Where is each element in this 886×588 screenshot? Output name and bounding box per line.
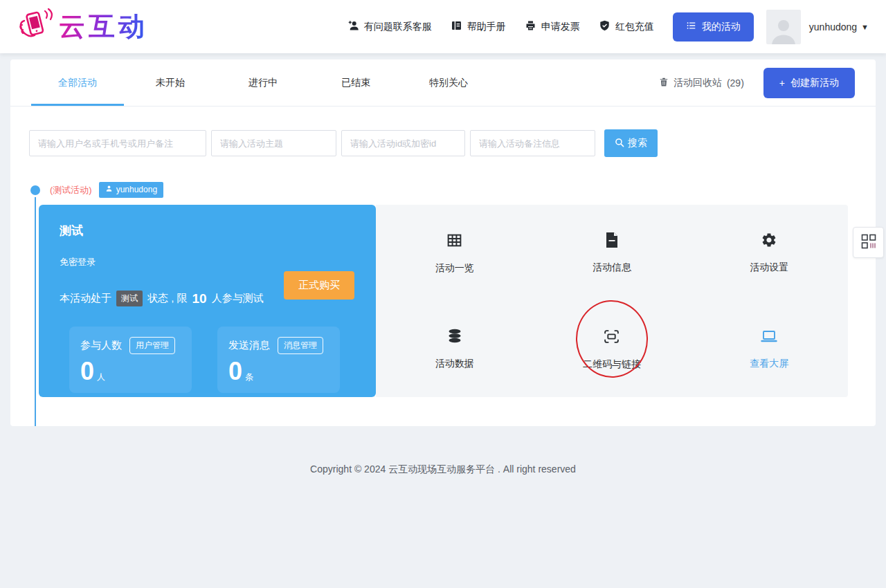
- official-purchase-button[interactable]: 正式购买: [284, 271, 354, 300]
- action-label: 活动设置: [750, 261, 788, 274]
- recharge-shield-icon: [599, 20, 611, 33]
- top-header: 云互动 有问题联系客服 帮助手册: [0, 0, 886, 53]
- action-label: 活动数据: [435, 358, 474, 370]
- nav-contact-support[interactable]: 有问题联系客服: [347, 20, 432, 33]
- search-user-input[interactable]: [29, 130, 206, 156]
- username: yunhudong: [809, 21, 857, 33]
- action-activity-overview[interactable]: 活动一览: [376, 205, 533, 301]
- user-menu[interactable]: yunhudong ▼: [809, 21, 869, 33]
- list-icon: [686, 21, 696, 33]
- user-manage-button[interactable]: 用户管理: [129, 337, 175, 354]
- top-nav: 有问题联系客服 帮助手册 申请发: [347, 10, 869, 44]
- timeline-line: [35, 197, 36, 426]
- action-view-big-screen[interactable]: 查看大屏: [691, 301, 848, 397]
- nav-help-manual[interactable]: 帮助手册: [451, 20, 506, 33]
- activity-owner-name: yunhudong: [116, 185, 157, 194]
- status-suffix: 人参与测试: [212, 292, 264, 305]
- action-label: 二维码与链接: [583, 358, 641, 371]
- messages-label: 发送消息: [228, 339, 270, 352]
- invoice-printer-icon: [525, 20, 536, 33]
- activity-summary-card: 测试 免密登录 本活动处于 测试 状态 , 限 10 人参与测试 正式购买 参与…: [39, 205, 376, 397]
- status-participant-limit: 10: [192, 291, 207, 306]
- my-activities-label: 我的活动: [702, 21, 741, 33]
- tab-bar-actions: 活动回收站 (29) + 创建新活动: [659, 68, 855, 98]
- nav-label: 红包充值: [615, 21, 654, 33]
- nav-label: 帮助手册: [467, 21, 506, 33]
- participants-label: 参与人数: [80, 339, 122, 352]
- tab-in-progress[interactable]: 进行中: [217, 59, 309, 106]
- tab-bar: 全部活动 未开始 进行中 已结束 特别关心 活动回收站 (29): [10, 59, 876, 107]
- logo-phone-hand-icon: [17, 8, 53, 46]
- status-middle: 状态 , 限: [147, 292, 188, 305]
- search-remark-input[interactable]: [470, 130, 595, 156]
- action-label: 活动信息: [593, 261, 631, 274]
- nav-redpacket-recharge[interactable]: 红包充值: [599, 20, 654, 33]
- plus-icon: +: [779, 77, 785, 89]
- activity-actions-panel: 活动一览 活动信息: [376, 205, 848, 397]
- logo-text: 云互动: [59, 9, 148, 44]
- create-activity-label: 创建新活动: [790, 77, 839, 89]
- recycle-bin-count: (29): [727, 77, 744, 89]
- nav-label: 有问题联系客服: [364, 21, 432, 33]
- action-label: 查看大屏: [750, 358, 788, 370]
- activity-owner-badge[interactable]: yunhudong: [99, 182, 163, 198]
- search-button[interactable]: 搜索: [604, 129, 658, 157]
- activity-header-row: (测试活动) yunhudong: [10, 182, 876, 198]
- participants-stat-card[interactable]: 参与人数 用户管理 0 人: [69, 327, 192, 393]
- tabs: 全部活动 未开始 进行中 已结束 特别关心: [10, 59, 495, 106]
- activity-stats: 参与人数 用户管理 0 人 发送消息 消息管理: [69, 327, 361, 393]
- avatar[interactable]: [766, 10, 801, 44]
- laptop-icon: [760, 328, 778, 347]
- document-icon: [604, 232, 620, 250]
- action-activity-info[interactable]: 活动信息: [533, 205, 690, 301]
- participants-count: 0: [80, 359, 94, 384]
- footer-copyright: Copyright © 2024 云互动现场互动服务平台 . All right…: [0, 463, 886, 476]
- database-icon: [446, 328, 463, 347]
- gear-icon: [761, 232, 777, 250]
- tab-special-follow[interactable]: 特别关心: [402, 59, 495, 106]
- manual-book-icon: [451, 20, 462, 33]
- contact-support-icon: [347, 20, 359, 33]
- mini-qr-icon: [861, 234, 876, 252]
- main-content-card: 全部活动 未开始 进行中 已结束 特别关心 活动回收站 (29): [10, 59, 876, 426]
- search-activity-id-input[interactable]: [341, 130, 465, 156]
- tab-ended[interactable]: 已结束: [309, 59, 402, 106]
- messages-count: 0: [228, 359, 242, 384]
- action-activity-settings[interactable]: 活动设置: [691, 205, 848, 301]
- search-filters: 搜索: [10, 107, 876, 157]
- action-qrcode-link[interactable]: 二维码与链接: [533, 301, 690, 397]
- activity-status-dot: [30, 185, 40, 195]
- messages-unit: 条: [245, 371, 253, 383]
- activity-title: 测试: [60, 223, 361, 239]
- logo[interactable]: 云互动: [17, 8, 148, 46]
- participants-unit: 人: [97, 371, 105, 383]
- message-manage-button[interactable]: 消息管理: [278, 337, 323, 354]
- grid-icon: [446, 232, 463, 251]
- activity-tag: (测试活动): [50, 184, 92, 196]
- my-activities-button[interactable]: 我的活动: [673, 12, 754, 42]
- action-activity-data[interactable]: 活动数据: [376, 301, 533, 397]
- create-activity-button[interactable]: + 创建新活动: [763, 68, 855, 98]
- floating-qr-button[interactable]: [853, 227, 884, 258]
- trash-icon: [659, 77, 669, 89]
- search-button-label: 搜索: [628, 137, 647, 149]
- nav-label: 申请发票: [541, 21, 580, 33]
- recycle-bin-link[interactable]: 活动回收站 (29): [659, 77, 744, 89]
- nav-apply-invoice[interactable]: 申请发票: [525, 20, 580, 33]
- recycle-bin-label: 活动回收站: [673, 77, 722, 89]
- activity-panel: 测试 免密登录 本活动处于 测试 状态 , 限 10 人参与测试 正式购买 参与…: [39, 205, 848, 397]
- search-topic-input[interactable]: [211, 130, 336, 156]
- action-label: 活动一览: [435, 262, 474, 275]
- person-icon: [105, 185, 113, 194]
- status-badge: 测试: [116, 291, 143, 306]
- chevron-down-icon: ▼: [861, 23, 869, 31]
- tab-all-activities[interactable]: 全部活动: [31, 59, 124, 106]
- status-prefix: 本活动处于: [60, 292, 111, 305]
- activity-login-mode: 免密登录: [60, 256, 361, 268]
- activity-item: (测试活动) yunhudong 测试 免密登录 本活动处于 测试: [10, 182, 876, 397]
- qr-scan-icon: [603, 328, 620, 347]
- search-icon: [615, 138, 624, 149]
- messages-stat-card[interactable]: 发送消息 消息管理 0 条: [217, 327, 340, 393]
- tab-not-started[interactable]: 未开始: [124, 59, 217, 106]
